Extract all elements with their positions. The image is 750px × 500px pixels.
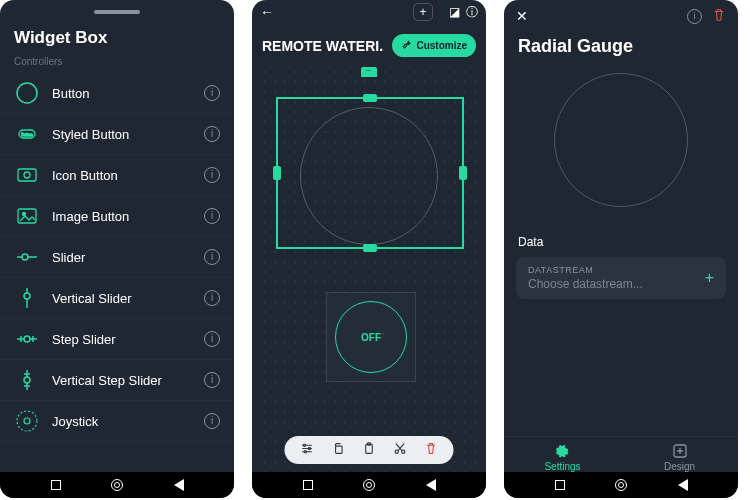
info-icon[interactable]: i xyxy=(204,372,220,388)
svg-rect-24 xyxy=(336,446,343,453)
hstep-icon xyxy=(14,326,40,352)
svg-point-20 xyxy=(24,418,30,424)
trash-icon[interactable] xyxy=(425,442,438,458)
widget-label: Vertical Step Slider xyxy=(52,373,204,388)
editor-topbar: ← + ◪ ⓘ xyxy=(252,0,486,24)
info-icon[interactable]: i xyxy=(687,9,702,24)
info-icon[interactable]: i xyxy=(204,290,220,306)
resize-handle-bottom[interactable] xyxy=(363,244,377,252)
nav-home-icon[interactable] xyxy=(615,479,627,491)
field-label: DATASTREAM xyxy=(528,265,714,275)
joystick-icon xyxy=(14,408,40,434)
vslider-icon xyxy=(14,285,40,311)
info-icon[interactable]: i xyxy=(204,208,220,224)
info-icon[interactable]: i xyxy=(204,85,220,101)
gauge-ring xyxy=(554,73,688,207)
button-widget[interactable]: OFF xyxy=(326,292,416,382)
field-placeholder: Choose datastream... xyxy=(528,277,714,291)
picture-square-icon xyxy=(14,203,40,229)
add-widget-button[interactable]: + xyxy=(413,3,433,21)
page-title: Widget Box xyxy=(0,28,234,56)
widget-row-button[interactable]: Buttoni xyxy=(0,73,234,114)
widget-row-styled-button[interactable]: ButtonStyled Buttoni xyxy=(0,114,234,155)
nav-back-icon[interactable] xyxy=(678,479,688,491)
svg-point-14 xyxy=(24,336,30,342)
android-nav-bar xyxy=(0,472,234,498)
circle-icon xyxy=(14,80,40,106)
widget-row-vertical-slider[interactable]: Vertical Slideri xyxy=(0,278,234,319)
info-icon[interactable]: i xyxy=(204,331,220,347)
info-icon[interactable]: i xyxy=(204,167,220,183)
editor-header: REMOTE WATERI... Customize xyxy=(252,24,486,65)
svg-rect-3 xyxy=(18,169,36,181)
widget-row-joystick[interactable]: Joysticki xyxy=(0,401,234,442)
settings-topbar: ✕ i xyxy=(504,0,738,32)
back-icon[interactable]: ← xyxy=(260,4,274,20)
dashboard-editor-screen: ← + ◪ ⓘ REMOTE WATERI... Customize OFF xyxy=(252,0,486,498)
nav-recent-icon[interactable] xyxy=(555,480,565,490)
widget-row-vertical-step-slider[interactable]: Vertical Step Slideri xyxy=(0,360,234,401)
datastream-field[interactable]: DATASTREAM Choose datastream... + xyxy=(516,257,726,299)
copy-icon[interactable] xyxy=(332,442,345,458)
cut-icon[interactable] xyxy=(394,442,407,458)
widget-action-tray xyxy=(285,436,454,464)
resize-handle-left[interactable] xyxy=(273,166,281,180)
vstep-icon xyxy=(14,367,40,393)
widget-label: Joystick xyxy=(52,414,204,429)
android-nav-bar xyxy=(504,472,738,498)
trash-icon[interactable] xyxy=(712,8,726,25)
nav-home-icon[interactable] xyxy=(363,479,375,491)
radial-gauge-widget-selected[interactable] xyxy=(276,97,464,249)
close-icon[interactable]: ✕ xyxy=(516,8,528,24)
customize-label: Customize xyxy=(416,40,467,51)
android-nav-bar xyxy=(252,472,486,498)
info-icon[interactable]: i xyxy=(204,413,220,429)
svg-point-10 xyxy=(24,293,30,299)
tab-design-label: Design xyxy=(664,461,695,472)
paste-icon[interactable] xyxy=(363,442,376,458)
svg-point-8 xyxy=(22,254,28,260)
info-icon[interactable]: i xyxy=(204,126,220,142)
widget-box-screen: Widget Box Controllers ButtoniButtonStyl… xyxy=(0,0,234,498)
svg-point-18 xyxy=(24,377,30,383)
info-icon[interactable]: ⓘ xyxy=(466,4,478,21)
tab-settings[interactable]: Settings xyxy=(504,443,621,472)
button-state[interactable]: OFF xyxy=(335,301,407,373)
widget-row-slider[interactable]: Slideri xyxy=(0,237,234,278)
settings-tabs: Settings Design xyxy=(504,436,738,472)
svg-text:Button: Button xyxy=(21,132,33,137)
widget-label: Image Button xyxy=(52,209,204,224)
add-datastream-icon[interactable]: + xyxy=(705,269,714,287)
widget-label: Icon Button xyxy=(52,168,204,183)
customize-button[interactable]: Customize xyxy=(392,34,476,57)
nav-back-icon[interactable] xyxy=(426,479,436,491)
widget-row-image-button[interactable]: Image Buttoni xyxy=(0,196,234,237)
svg-point-27 xyxy=(395,450,398,453)
nav-recent-icon[interactable] xyxy=(51,480,61,490)
camera-square-icon xyxy=(14,162,40,188)
info-icon[interactable]: i xyxy=(204,249,220,265)
widget-label: Step Slider xyxy=(52,332,204,347)
resize-handle-top[interactable] xyxy=(363,94,377,102)
settings-icon[interactable] xyxy=(301,442,314,458)
widget-label: Vertical Slider xyxy=(52,291,204,306)
nav-home-icon[interactable] xyxy=(111,479,123,491)
nav-back-icon[interactable] xyxy=(174,479,184,491)
gauge-preview xyxy=(504,69,738,235)
widget-row-step-slider[interactable]: Step Slideri xyxy=(0,319,234,360)
remove-widget-handle[interactable] xyxy=(361,67,377,77)
nav-recent-icon[interactable] xyxy=(303,480,313,490)
bell-icon[interactable]: ◪ xyxy=(449,5,460,19)
widget-label: Styled Button xyxy=(52,127,204,142)
tab-settings-label: Settings xyxy=(544,461,580,472)
sheet-handle[interactable] xyxy=(94,10,140,14)
tab-design[interactable]: Design xyxy=(621,443,738,472)
widget-canvas[interactable]: OFF xyxy=(260,67,478,490)
widget-row-icon-button[interactable]: Icon Buttoni xyxy=(0,155,234,196)
widget-label: Button xyxy=(52,86,204,101)
wrench-icon xyxy=(401,39,412,52)
widget-list: ButtoniButtonStyled ButtoniIcon ButtoniI… xyxy=(0,73,234,498)
svg-point-6 xyxy=(23,213,26,216)
resize-handle-right[interactable] xyxy=(459,166,467,180)
pill-icon: Button xyxy=(14,121,40,147)
